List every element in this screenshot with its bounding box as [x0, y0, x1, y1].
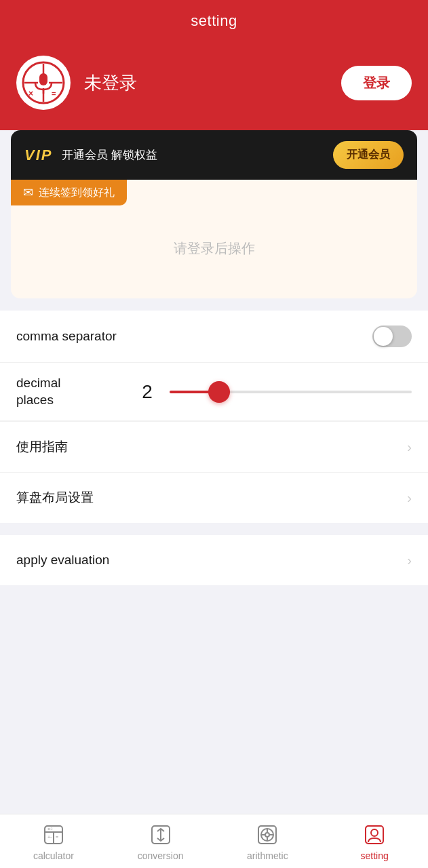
apply-evaluation-chevron-icon: › [407, 553, 412, 568]
guide-row[interactable]: 使用指南 › [0, 422, 428, 473]
bottom-navigation: ×÷ +- = calculator conversion [0, 814, 428, 868]
settings-section: comma separator decimal places 2 [0, 311, 428, 421]
checkin-tag-text: 连续签到领好礼 [39, 186, 115, 200]
decimal-places-label: decimal places [16, 375, 125, 408]
abacus-layout-row[interactable]: 算盘布局设置 › [0, 473, 428, 523]
apply-evaluation-row[interactable]: apply evaluation › [0, 535, 428, 585]
abacus-chevron-icon: › [407, 490, 412, 506]
nav-item-conversion[interactable]: conversion [107, 814, 214, 868]
bottom-spacer [0, 585, 428, 639]
guide-label: 使用指南 [16, 438, 407, 456]
login-button[interactable]: 登录 [341, 66, 412, 100]
page-title: setting [191, 12, 237, 29]
apply-evaluation-section: apply evaluation › [0, 535, 428, 585]
conversion-icon [149, 823, 173, 847]
decimal-places-value: 2 [137, 381, 157, 403]
arithmetic-nav-label: arithmetic [247, 850, 288, 861]
calculator-icon: ×÷ +- = [41, 823, 66, 847]
arithmetic-icon [255, 823, 279, 847]
header: setting [0, 0, 428, 45]
checkin-message: 请登录后操作 [11, 205, 417, 298]
nav-item-setting[interactable]: setting [321, 814, 428, 868]
setting-icon [362, 823, 387, 847]
vip-label: VIP [24, 146, 52, 164]
nav-settings-section: 使用指南 › 算盘布局设置 › [0, 421, 428, 523]
profile-section: × = 未登录 登录 [0, 45, 428, 130]
comma-separator-row: comma separator [0, 311, 428, 363]
svg-text:+-: +- [47, 835, 52, 840]
decimal-places-row: decimal places 2 [0, 363, 428, 421]
svg-text:×: × [28, 89, 33, 98]
calculator-nav-label: calculator [33, 850, 74, 861]
nav-item-arithmetic[interactable]: arithmetic [214, 814, 322, 868]
svg-text:=: = [56, 835, 58, 840]
svg-text:×÷: ×÷ [47, 827, 53, 831]
svg-point-19 [265, 833, 269, 837]
app-logo: × = [16, 56, 71, 110]
nav-item-calculator[interactable]: ×÷ +- = calculator [0, 814, 107, 868]
svg-rect-5 [39, 73, 47, 85]
slider-thumb[interactable] [208, 381, 230, 403]
setting-nav-label: setting [361, 850, 389, 861]
comma-separator-label: comma separator [16, 329, 125, 344]
section-separator [0, 523, 428, 535]
envelope-icon: ✉ [23, 185, 33, 200]
vip-banner: VIP 开通会员 解锁权益 开通会员 [11, 130, 417, 180]
conversion-nav-label: conversion [138, 850, 184, 861]
logo-icon: × = [22, 61, 65, 104]
checkin-card: ✉ 连续签到领好礼 请登录后操作 [11, 180, 417, 298]
login-status-text: 未登录 [84, 71, 328, 95]
checkin-tag[interactable]: ✉ 连续签到领好礼 [11, 180, 127, 205]
apply-evaluation-label: apply evaluation [16, 553, 407, 568]
comma-separator-toggle[interactable] [372, 326, 412, 347]
svg-text:=: = [52, 90, 56, 98]
decimal-places-slider[interactable] [170, 391, 412, 393]
guide-chevron-icon: › [407, 439, 412, 455]
abacus-layout-label: 算盘布局设置 [16, 489, 407, 507]
svg-point-25 [371, 829, 378, 836]
toggle-knob [374, 327, 393, 346]
slider-fill [170, 391, 213, 393]
vip-unlock-button[interactable]: 开通会员 [333, 141, 404, 169]
vip-description: 开通会员 解锁权益 [62, 147, 324, 163]
